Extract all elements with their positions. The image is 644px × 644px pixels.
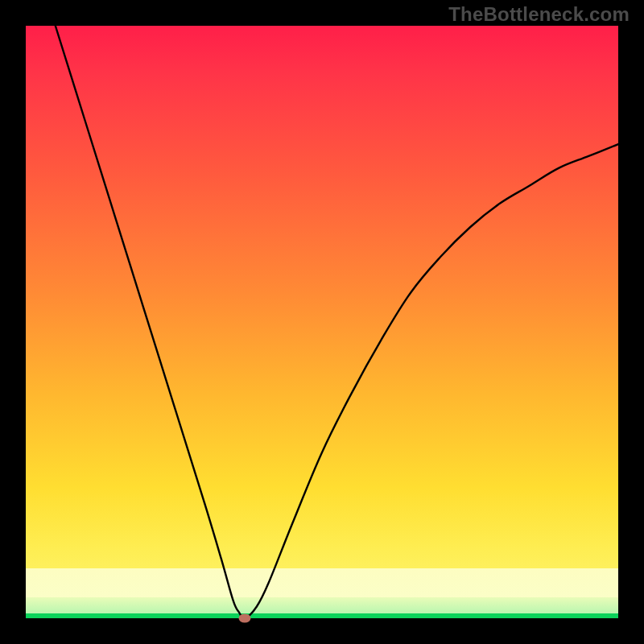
minimum-marker (239, 614, 251, 623)
plot-area (26, 26, 618, 618)
watermark-text: TheBottleneck.com (448, 3, 630, 26)
chart-frame: TheBottleneck.com (0, 0, 644, 644)
bottleneck-curve (26, 26, 618, 618)
